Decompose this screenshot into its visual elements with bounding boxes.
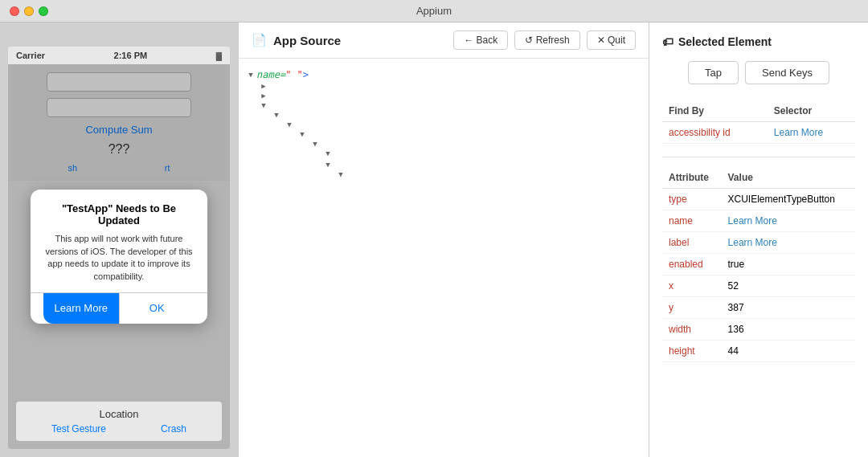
attribute-value: Learn More — [722, 210, 855, 232]
attribute-name: enabled — [662, 254, 722, 275]
tap-button[interactable]: Tap — [688, 61, 739, 84]
xml-toggle-icon[interactable]: ▼ — [322, 149, 334, 157]
find-by-header: Find By — [662, 100, 768, 122]
selector-value: Learn More — [768, 122, 855, 144]
element-panel-heading: Selected Element — [678, 35, 772, 48]
source-header: 📄 App Source ← Back ↺ Refresh ✕ Quit — [239, 22, 649, 59]
xml-toggle-icon[interactable]: ▼ — [322, 161, 334, 169]
selector-header: Selector — [768, 100, 855, 122]
attribute-value: 136 — [722, 319, 855, 341]
xml-tag: name=" "> — [256, 69, 309, 80]
source-panel: 📄 App Source ← Back ↺ Refresh ✕ Quit ▼ n… — [238, 22, 649, 457]
send-keys-button[interactable]: Send Keys — [745, 61, 829, 84]
xml-tree-item[interactable]: ▶ — [239, 91, 649, 100]
find-by-table: Find By Selector accessibility id Learn … — [662, 100, 855, 144]
xml-toggle-icon[interactable]: ▼ — [335, 170, 346, 178]
xml-tree-item[interactable]: ▼ — [239, 160, 649, 169]
status-right: ▓ — [216, 51, 222, 60]
xml-toggle-icon[interactable]: ▼ — [245, 71, 256, 79]
xml-tree-item[interactable]: ▼ — [239, 169, 649, 179]
tag-icon: 🏷 — [662, 35, 674, 48]
document-icon: 📄 — [252, 33, 267, 47]
attribute-value: Learn More — [722, 232, 855, 254]
time-label: 2:16 PM — [114, 51, 148, 60]
xml-toggle-icon[interactable]: ▼ — [284, 120, 295, 129]
attribute-name: label — [662, 232, 722, 254]
attribute-name: x — [662, 275, 722, 297]
attribute-row: enabledtrue — [662, 254, 855, 275]
element-actions: Tap Send Keys — [662, 61, 855, 84]
minimize-button[interactable] — [24, 6, 34, 16]
attribute-row: width136 — [662, 319, 855, 341]
xml-toggle-icon[interactable]: ▼ — [297, 130, 308, 138]
xml-attr-value: " " — [285, 69, 303, 80]
element-panel-title: 🏷 Selected Element — [662, 35, 855, 48]
location-label: Location — [24, 408, 214, 420]
xml-toggle-icon[interactable]: ▼ — [309, 140, 321, 148]
title-bar: Appium — [0, 0, 868, 22]
attribute-name: name — [662, 210, 722, 232]
test-gesture-button[interactable]: Test Gesture — [51, 423, 106, 435]
xml-toggle-icon[interactable]: ▼ — [271, 111, 282, 119]
attribute-name: height — [662, 341, 722, 362]
attribute-row: x52 — [662, 275, 855, 297]
xml-tree-item[interactable]: ▼ — [239, 110, 649, 120]
source-actions: ← Back ↺ Refresh ✕ Quit — [453, 31, 636, 50]
source-title: 📄 App Source — [252, 33, 440, 47]
alert-title: "TestApp" Needs to Be Updated — [43, 202, 194, 226]
attribute-name: y — [662, 297, 722, 319]
section-divider — [662, 157, 855, 157]
attribute-row: labelLearn More — [662, 232, 855, 254]
source-xml-tree: ▼ name=" ">▶▶▼▼▼▼▼▼▼▼ — [239, 59, 649, 457]
find-by-row: accessibility id Learn More — [662, 122, 855, 144]
xml-tree-item[interactable]: ▼ name=" "> — [239, 68, 649, 81]
crash-button[interactable]: Crash — [161, 423, 186, 435]
xml-toggle-icon[interactable]: ▼ — [258, 101, 269, 109]
window-controls — [10, 6, 48, 16]
sim-bottom-nav: Location Test Gesture Crash — [16, 402, 222, 441]
status-bar: Carrier 2:16 PM ▓ — [8, 47, 230, 64]
xml-tag-close: > — [303, 69, 309, 80]
xml-tree-item[interactable]: ▼ — [239, 129, 649, 139]
xml-tree-item[interactable]: ▼ — [239, 149, 649, 158]
maximize-button[interactable] — [39, 6, 48, 16]
xml-toggle-icon[interactable]: ▶ — [258, 92, 269, 100]
alert-overlay: "TestApp" Needs to Be Updated This app w… — [8, 64, 230, 449]
attribute-header: Attribute — [662, 167, 722, 189]
attribute-row: height44 — [662, 341, 855, 362]
attribute-name: width — [662, 319, 722, 341]
learn-more-button[interactable]: Learn More — [43, 293, 119, 324]
source-panel-title: App Source — [273, 34, 341, 47]
find-by-value: accessibility id — [662, 122, 768, 144]
xml-tree-item[interactable]: ▼ — [239, 120, 649, 129]
sim-nav-buttons: Test Gesture Crash — [24, 423, 214, 435]
attribute-value: XCUIElementTypeButton — [722, 189, 855, 210]
xml-tree-item[interactable]: ▶ — [239, 81, 649, 91]
xml-tree-item[interactable]: ▼ — [239, 100, 649, 110]
attribute-value: 387 — [722, 297, 855, 319]
quit-button[interactable]: ✕ Quit — [587, 31, 636, 50]
ok-button[interactable]: OK — [119, 293, 195, 324]
close-button[interactable] — [10, 6, 19, 16]
xml-tree-item[interactable] — [239, 184, 649, 186]
attributes-table: Attribute Value typeXCUIElementTypeButto… — [662, 167, 855, 362]
alert-buttons: Learn More OK — [43, 293, 194, 324]
xml-toggle-icon[interactable]: ▶ — [258, 82, 269, 90]
alert-body: This app will not work with future versi… — [43, 233, 194, 283]
attribute-row: nameLearn More — [662, 210, 855, 232]
battery-icon: ▓ — [216, 51, 222, 60]
element-panel: 🏷 Selected Element Tap Send Keys Find By… — [649, 22, 868, 457]
app-title: Appium — [416, 5, 452, 17]
xml-attr-name: name= — [256, 69, 285, 80]
xml-tree-item[interactable]: ▼ — [239, 139, 649, 149]
simulator-panel: Carrier 2:16 PM ▓ Compute Sum ??? sh rt — [0, 22, 238, 457]
attribute-row: y387 — [662, 297, 855, 319]
refresh-button[interactable]: ↺ Refresh — [514, 31, 579, 50]
main-layout: Carrier 2:16 PM ▓ Compute Sum ??? sh rt — [0, 22, 868, 457]
attribute-value: true — [722, 254, 855, 275]
carrier-label: Carrier — [16, 51, 45, 60]
back-button[interactable]: ← Back — [453, 31, 508, 50]
simulator-screen: Carrier 2:16 PM ▓ Compute Sum ??? sh rt — [8, 47, 230, 449]
attribute-value: 44 — [722, 341, 855, 362]
sim-alert-dialog: "TestApp" Needs to Be Updated This app w… — [31, 190, 207, 323]
